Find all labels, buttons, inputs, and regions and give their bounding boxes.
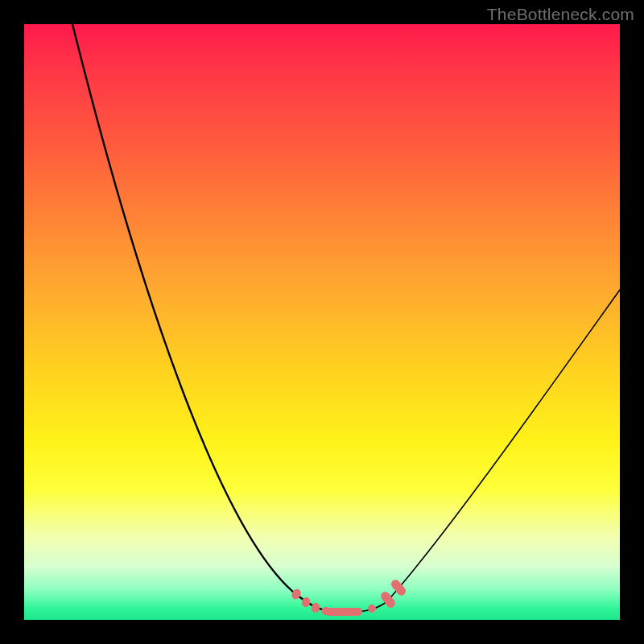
curve-left (72, 24, 342, 612)
curve-layer (24, 24, 620, 620)
marker-dot (367, 604, 377, 613)
chart-frame: TheBottleneck.com (0, 0, 644, 644)
plot-area (24, 24, 620, 620)
curve-right (342, 290, 620, 612)
watermark-text: TheBottleneck.com (487, 5, 634, 24)
marker-dot (311, 602, 320, 613)
valley-markers (291, 578, 408, 616)
marker-bar (325, 608, 362, 616)
